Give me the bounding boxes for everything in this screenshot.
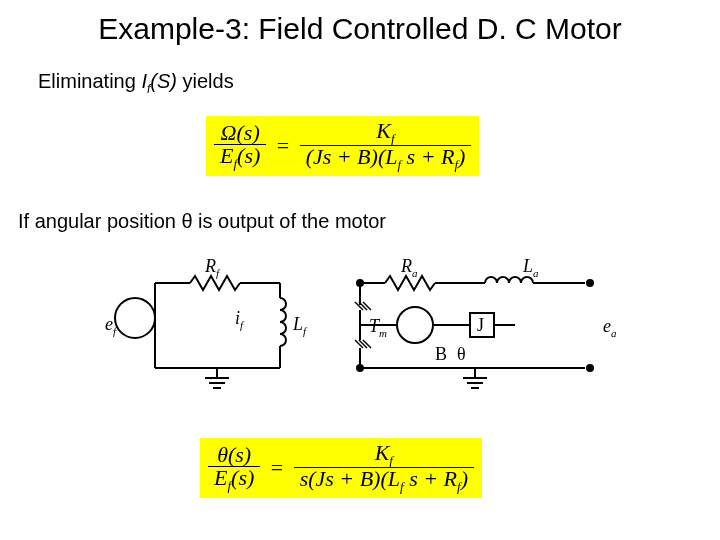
lbl-ef: ef: [105, 314, 116, 337]
circuit-diagram: ef Rf if Lf Ra La Tm J B θ ea: [105, 258, 635, 393]
svg-point-38: [357, 365, 363, 371]
lhs-frac-2: θ(s) Ef(s): [208, 444, 260, 492]
rhs2-den-1: s(Js + B)(L: [300, 466, 400, 491]
svg-point-0: [115, 298, 155, 338]
lbl-if: if: [235, 308, 243, 331]
svg-point-37: [357, 280, 363, 286]
lbl-J: J: [477, 315, 484, 336]
txt-pre: Eliminating: [38, 70, 141, 92]
lhs-den-E: E: [220, 143, 233, 168]
rhs2-den-3: ): [461, 466, 468, 491]
rhs-frac-2: Kf s(Js + B)(Lf s + Rf): [294, 442, 474, 494]
svg-line-28: [359, 340, 367, 348]
rhs2-den-2: s + R: [404, 466, 457, 491]
rhs-den-2: s + R: [401, 144, 454, 169]
lbl-Rf: Rf: [205, 256, 219, 279]
svg-point-15: [587, 280, 593, 286]
svg-line-27: [355, 340, 363, 348]
lbl-La: La: [523, 256, 539, 279]
equals-2: =: [271, 455, 283, 480]
svg-line-18: [359, 302, 367, 310]
svg-line-19: [363, 302, 371, 310]
lhs2-den-post: (s): [231, 465, 254, 490]
rhs-frac: Kf (Js + B)(Lf s + Rf): [300, 120, 472, 172]
rhs-den-1: (Js + B)(L: [306, 144, 398, 169]
lhs-num-2: θ(s): [217, 442, 251, 467]
rhs-den-3: ): [458, 144, 465, 169]
lbl-Tm: Tm: [369, 316, 387, 339]
lbl-Lf: Lf: [293, 314, 306, 337]
lbl-B: B: [435, 344, 447, 365]
formula-theta: θ(s) Ef(s) = Kf s(Js + B)(Lf s + Rf): [200, 438, 482, 498]
svg-point-20: [397, 307, 433, 343]
equals: =: [277, 133, 289, 158]
lbl-theta: θ: [457, 344, 466, 365]
text-eliminating: Eliminating If(S) yields: [38, 70, 234, 96]
slide-title: Example-3: Field Controlled D. C Motor: [0, 12, 720, 46]
rhs-num-K: K: [376, 118, 391, 143]
lhs-num: Ω(s): [221, 120, 260, 145]
slide: Example-3: Field Controlled D. C Motor E…: [0, 0, 720, 540]
lbl-Ra: Ra: [401, 256, 418, 279]
lhs-den-post: (s): [237, 143, 260, 168]
text-angular: If angular position θ is output of the m…: [18, 210, 386, 233]
svg-line-29: [363, 340, 371, 348]
lhs2-den-E: E: [214, 465, 227, 490]
svg-point-32: [587, 365, 593, 371]
lhs-frac: Ω(s) Ef(s): [214, 122, 266, 170]
rhs2-num-K: K: [375, 440, 390, 465]
formula-omega: Ω(s) Ef(s) = Kf (Js + B)(Lf s + Rf): [206, 116, 479, 176]
lbl-ea: ea: [603, 316, 617, 339]
txt-post: yields: [177, 70, 234, 92]
var-arg: (S): [150, 70, 177, 92]
